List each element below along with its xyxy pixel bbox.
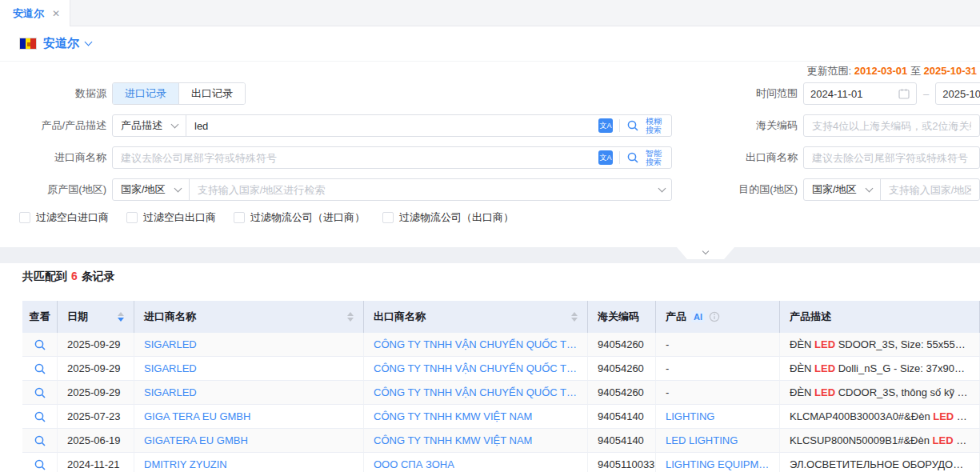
data-source-label: 数据源	[0, 86, 106, 101]
cell-product: -	[656, 357, 780, 381]
col-date[interactable]: 日期	[58, 301, 134, 333]
checkbox-label: 过滤空白进口商	[36, 210, 109, 225]
importer-name-input[interactable]	[113, 147, 592, 168]
sort-icons[interactable]	[111, 312, 124, 322]
view-record-icon[interactable]	[34, 458, 46, 471]
dest-country-select[interactable]: 国家/地区	[804, 179, 881, 200]
start-date-input[interactable]: 2024-11-01	[803, 82, 917, 105]
exporter-link[interactable]: CÔNG TY TNHH VẬN CHUYỂN QUỐC TẾ TI...	[374, 386, 578, 398]
search-icon[interactable]	[626, 119, 639, 132]
fuzzy-search-button[interactable]: 模糊搜索	[646, 117, 665, 135]
end-date-value: 2025-10-31	[942, 88, 980, 100]
product-type-value: 产品描述	[121, 118, 162, 133]
sort-icons[interactable]	[341, 312, 354, 322]
chevron-down-icon	[702, 248, 709, 254]
tab-andorra[interactable]: 安道尔 ✕	[0, 0, 70, 26]
exporter-label: 出口商名称	[678, 150, 798, 165]
view-record-icon[interactable]	[34, 434, 46, 447]
close-icon[interactable]: ✕	[52, 8, 60, 19]
filter-logistics-exporter-checkbox[interactable]: 过滤物流公司（出口商）	[382, 210, 514, 225]
translate-icon[interactable]: 文A	[598, 118, 613, 133]
divider	[619, 119, 620, 132]
country-title[interactable]: 安道尔	[43, 36, 79, 51]
chevron-down-icon[interactable]	[658, 184, 666, 192]
exporter-link[interactable]: ООО СПА ЗОНА	[374, 458, 454, 470]
col-importer[interactable]: 进口商名称	[134, 301, 364, 333]
app-window: 安道尔 ✕ 安道尔 更新范围: 2012-03-01 至 2025-10-31 …	[0, 0, 980, 472]
cell-date: 2025-09-29	[58, 381, 134, 405]
importer-link[interactable]: SIGARLED	[144, 338, 197, 350]
exporter-link[interactable]: CÔNG TY TNHH KMW VIỆT NAM	[374, 410, 532, 422]
chevron-down-icon	[171, 120, 179, 128]
col-product-label: 产品	[666, 310, 686, 324]
col-exporter[interactable]: 出口商名称	[364, 301, 588, 333]
page-header: 安道尔	[0, 26, 980, 62]
exporter-link[interactable]: CÔNG TY TNHH KMW VIỆT NAM	[374, 434, 532, 446]
importer-label: 进口商名称	[0, 150, 106, 165]
export-records-tab[interactable]: 出口记录	[178, 83, 245, 104]
product-link[interactable]: LIGHTING EQUIPMENT	[666, 458, 770, 470]
checkbox-icon	[19, 212, 30, 223]
smart-search-button[interactable]: 智能搜索	[646, 149, 665, 167]
importer-link[interactable]: SIGARLED	[144, 386, 197, 398]
col-date-label: 日期	[67, 310, 88, 324]
table-row: 2025-09-29 SIGARLED CÔNG TY TNHH VẬN CHU…	[22, 333, 980, 357]
info-icon[interactable]	[709, 311, 720, 322]
importer-link[interactable]: SIGARLED	[144, 362, 197, 374]
collapse-band	[0, 247, 980, 263]
cell-hs-code: 94054260	[588, 381, 656, 405]
view-record-icon[interactable]	[34, 362, 46, 375]
checkbox-icon	[234, 212, 245, 223]
andorra-flag-icon	[19, 38, 37, 50]
time-range-label: 时间范围	[678, 86, 798, 101]
importer-link[interactable]: GIGA TERA EU GMBH	[144, 410, 250, 422]
end-date-input[interactable]: 2025-10-31	[935, 82, 980, 105]
importer-link[interactable]: DMITRIY ZYUZIN	[144, 458, 227, 470]
import-records-tab[interactable]: 进口记录	[113, 83, 178, 104]
cell-date: 2025-09-29	[58, 333, 134, 357]
dest-country-input[interactable]	[881, 179, 979, 200]
product-search-input[interactable]	[186, 115, 592, 136]
table-header-row: 查看 日期 进口商名称 出口商名称 海关编码 产品 AI	[22, 301, 980, 333]
origin-country-input[interactable]	[190, 179, 653, 200]
view-record-icon[interactable]	[34, 410, 46, 423]
exporter-link[interactable]: CÔNG TY TNHH VẬN CHUYỂN QUỐC TẾ TI...	[374, 362, 578, 374]
checkbox-icon	[126, 212, 138, 223]
tab-label: 安道尔	[13, 6, 44, 21]
sort-icons[interactable]	[565, 312, 578, 322]
results-table: 查看 日期 进口商名称 出口商名称 海关编码 产品 AI	[22, 301, 980, 472]
col-hs-code: 海关编码	[588, 301, 656, 333]
cell-date: 2025-06-19	[58, 429, 134, 453]
origin-country-label: 原产国(地区)	[0, 182, 106, 197]
translate-icon[interactable]: 文A	[598, 150, 613, 165]
cell-description: ĐÈN LED Dolli_nS_G - Size: 37x90m...	[790, 362, 970, 374]
filter-logistics-importer-checkbox[interactable]: 过滤物流公司（进口商）	[234, 210, 365, 225]
checkbox-label: 过滤物流公司（进口商）	[250, 210, 365, 225]
filter-blank-importer-checkbox[interactable]: 过滤空白进口商	[19, 210, 109, 225]
update-range-to: 2025-10-31	[924, 65, 978, 77]
summary-prefix: 共匹配到	[22, 270, 67, 282]
cell-description: KLCSUP800N50009B1#&Đèn LED ch...	[790, 434, 970, 446]
view-record-icon[interactable]	[34, 386, 46, 399]
exporter-name-input[interactable]	[804, 147, 979, 168]
product-link[interactable]: LIGHTING	[666, 410, 714, 422]
origin-country-select[interactable]: 国家/地区	[113, 179, 190, 200]
exporter-link[interactable]: CÔNG TY TNHH VẬN CHUYỂN QUỐC TẾ TI...	[374, 338, 578, 350]
cell-date: 2025-07-23	[58, 405, 134, 429]
filter-blank-exporter-checkbox[interactable]: 过滤空白出口商	[126, 210, 216, 225]
tab-bar: 安道尔 ✕	[0, 0, 980, 26]
cell-description: KLCMAP400B30003A0#&Đèn LED ch...	[790, 410, 970, 422]
search-icon[interactable]	[626, 151, 639, 164]
table-row: 2024-11-21 DMITRIY ZYUZIN ООО СПА ЗОНА 9…	[22, 453, 980, 472]
ai-badge: AI	[691, 311, 705, 322]
collapse-form-button[interactable]	[677, 247, 734, 259]
cell-description: ЭЛ.ОСВЕТИТЕЛЬНОЕ ОБОРУДОВА...	[790, 458, 970, 470]
hs-code-input[interactable]	[804, 115, 979, 136]
checkbox-icon	[382, 212, 394, 223]
view-record-icon[interactable]	[34, 338, 46, 351]
chevron-down-icon[interactable]	[85, 38, 93, 46]
importer-link[interactable]: GIGATERA EU GMBH	[144, 434, 248, 446]
product-link[interactable]: LED LIGHTING	[666, 434, 738, 446]
product-type-select[interactable]: 产品描述	[113, 115, 186, 136]
cell-date: 2024-11-21	[58, 453, 134, 472]
